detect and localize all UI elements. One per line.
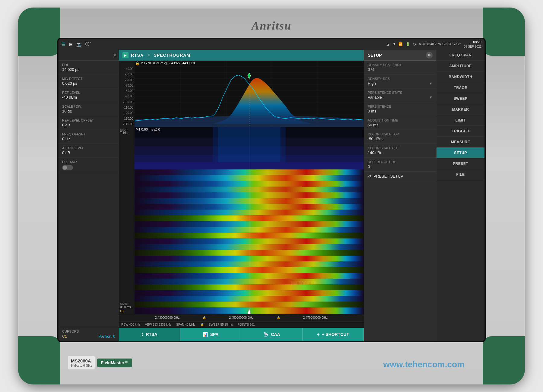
persistence-item[interactable]: PERSISTENCE 0 ms: [364, 102, 436, 116]
rtsa-tab-label: RTSA: [146, 332, 157, 337]
setup-close-button[interactable]: ✕: [426, 52, 433, 58]
freq-offset-param[interactable]: FREQ OFFSET 0 Hz: [59, 130, 119, 144]
device-body: Anritsu ☰ ⊞ 📷 ⓘ8 ▲ ⬆ 📶 🔋 ◎ N 37° 8' 48.2…: [18, 8, 525, 384]
menu-icon[interactable]: ☰: [62, 42, 65, 47]
density-res-dropdown-icon: ▼: [429, 81, 433, 86]
shortcut-tab-icon: +: [317, 332, 319, 337]
spa-tab-icon: 📊: [203, 332, 208, 337]
breadcrumb-rtsa: RTSA: [131, 53, 144, 58]
freq-lock-icon: 🔒: [202, 316, 206, 319]
screen: ☰ ⊞ 📷 ⓘ8 ▲ ⬆ 📶 🔋 ◎ N 37° 8' 48.2" W 121°…: [59, 39, 484, 341]
spectrum-plot[interactable]: 🔒 M1 -70.31 dBm @ 2.439276449 GHz: [135, 61, 364, 127]
density-res-item[interactable]: DENSITY RES High ▼: [364, 74, 436, 88]
corner-top-left: [18, 8, 60, 56]
tab-rtsa[interactable]: ⌇ RTSA: [119, 328, 180, 341]
left-sidebar: < POI 14.020 µs MIN DETECT 0.020 µs REF …: [59, 50, 119, 341]
ref-level-param[interactable]: REF LEVEL -40 dBm: [59, 88, 119, 102]
status-time: 08:29 09 SEP 2022: [464, 40, 481, 49]
density-scale-bot-item[interactable]: DENSITY SCALE BOT 0 %: [364, 61, 436, 74]
tab-spa[interactable]: 📊 SPA: [180, 328, 241, 341]
model-number: MS2080A: [71, 358, 92, 364]
freq-lock2-icon: 🔒: [277, 316, 280, 319]
atten-level-param[interactable]: ATTEN LEVEL 0 dB: [59, 144, 119, 158]
ref-level-offset-param[interactable]: REF LEVEL OFFSET 0 dB: [59, 116, 119, 130]
setup-panel-header: SETUP ✕: [364, 50, 436, 61]
spectrum-lock-icon: 🔒: [135, 61, 140, 65]
model-range: 9 kHz to 6 GHz: [71, 364, 92, 368]
model-badge: MS2080A 9 kHz to 6 GHz: [68, 356, 95, 370]
menu-freq-span[interactable]: FREQ SPAN: [437, 50, 484, 61]
scale-div-param[interactable]: SCALE / DIV 10 dB: [59, 102, 119, 116]
spectrogram-plot[interactable]: M1 0.00 ms @ 0: [135, 127, 364, 314]
menu-amplitude[interactable]: AMPLITUDE: [437, 61, 484, 71]
menu-sweep[interactable]: SWEEP: [437, 93, 484, 104]
vbw-label: VBW 133.3333 kHz: [145, 323, 171, 326]
spa-tab-label: SPA: [210, 332, 219, 337]
persistence-state-dropdown-icon: ▼: [429, 95, 433, 100]
battery-icon: 🔋: [406, 42, 410, 46]
main-content: < POI 14.020 µs MIN DETECT 0.020 µs REF …: [59, 50, 484, 341]
tab-shortcut[interactable]: + + SHORTCUT: [303, 328, 364, 341]
pre-amp-toggle[interactable]: [62, 165, 73, 170]
pre-amp-param[interactable]: PRE AMP: [59, 158, 119, 173]
setup-title: SETUP: [368, 53, 382, 58]
menu-bandwidth[interactable]: BANDWIDTH: [437, 71, 484, 82]
spectrum-area: -40.00 -50.00 -60.00 -70.00 -80.00 -90.0…: [119, 61, 364, 127]
brand-logo: Anritsu: [252, 19, 291, 32]
spectrogram-svg: www.tehencom.com: [135, 127, 364, 314]
menu-marker[interactable]: MARKER: [437, 104, 484, 115]
acquisition-time-item[interactable]: ACQUISITION TIME 50 ms: [364, 116, 436, 130]
export-icon: ⬆: [393, 42, 395, 46]
caa-tab-icon: 📡: [263, 332, 268, 337]
min-detect-param[interactable]: MIN DETECT 0.020 µs: [59, 74, 119, 88]
color-scale-bot-item[interactable]: COLOR SCALE BOT 140 dBm: [364, 144, 436, 158]
caa-tab-label: CAA: [271, 332, 280, 337]
menu-trigger[interactable]: TRIGGER: [437, 126, 484, 137]
menu-setup[interactable]: SETUP: [437, 147, 484, 158]
preset-setup-label: PRESET SETUP: [373, 174, 403, 179]
signal-icon: ▲: [386, 43, 390, 46]
spectrogram-marker: M1 0.00 ms @ 0: [136, 128, 160, 131]
corner-top-right: [483, 8, 525, 56]
grid-icon[interactable]: ⊞: [69, 42, 73, 47]
stop-label: STOP 7.16 s: [120, 128, 133, 134]
menu-limit[interactable]: LIMIT: [437, 115, 484, 126]
rbw-label: RBW 400 kHz: [121, 323, 140, 326]
info-icon[interactable]: ⓘ8: [85, 42, 89, 47]
camera-icon[interactable]: 📷: [76, 42, 81, 47]
wifi-icon: 📶: [399, 42, 403, 46]
breadcrumb-arrow: >: [147, 52, 150, 58]
target-icon: ◎: [413, 42, 416, 46]
model-info: MS2080A 9 kHz to 6 GHz FieldMaster™: [68, 356, 132, 370]
poi-param[interactable]: POI 14.020 µs: [59, 61, 119, 74]
center-area: ▶ RTSA > SPECTROGRAM -40.00 -50.00 -60.0…: [119, 50, 364, 341]
collapse-button[interactable]: <: [59, 50, 119, 61]
gps-coords: N 37° 8' 48.2" W 121° 39' 23.2": [419, 42, 461, 46]
reference-hue-item[interactable]: REFERENCE HUE 0: [364, 158, 436, 172]
spectrum-marker-label: M1 -70.31 dBm @ 2.439276449 GHz: [141, 61, 195, 65]
rtsa-tab-icon: ⌇: [141, 332, 143, 337]
spectrogram-area: STOP 7.16 s START 0.00 ms C1 M1 0.00 ms …: [119, 127, 364, 314]
tab-bar: ⌇ RTSA 📊 SPA 📡 CAA + +: [119, 328, 364, 341]
cursors-section: CURSORS C1 Position: 0: [59, 327, 119, 341]
sweep-label: SWEEP 55.25 ms: [209, 323, 233, 326]
rtsa-icon: ▶: [122, 52, 129, 58]
preset-setup-icon: ⟲: [368, 174, 371, 179]
tab-caa[interactable]: 📡 CAA: [241, 328, 303, 341]
cursor-c1-label: C1: [62, 334, 67, 339]
start-label: START 0.00 ms C1: [120, 302, 133, 313]
menu-preset[interactable]: PRESET: [437, 158, 484, 169]
menu-measure[interactable]: MEASURE: [437, 137, 484, 147]
header-bar: ▶ RTSA > SPECTROGRAM: [119, 50, 364, 61]
screen-bezel: ☰ ⊞ 📷 ⓘ8 ▲ ⬆ 📶 🔋 ◎ N 37° 8' 48.2" W 121°…: [57, 38, 486, 342]
persistence-state-item[interactable]: PERSISTENCE STATE Variable ▼: [364, 88, 436, 102]
menu-file[interactable]: FILE: [437, 169, 484, 180]
corner-bot-right: [483, 336, 525, 384]
freq-lock3-icon: 🔒: [200, 323, 204, 326]
menu-trace[interactable]: TRACE: [437, 82, 484, 93]
color-scale-top-item[interactable]: COLOR SCALE TOP -50 dBm: [364, 130, 436, 144]
status-right: ▲ ⬆ 📶 🔋 ◎ N 37° 8' 48.2" W 121° 39' 23.2…: [386, 40, 481, 49]
preset-setup-button[interactable]: ⟲ PRESET SETUP: [364, 172, 436, 181]
breadcrumb-current: SPECTROGRAM: [154, 53, 190, 58]
status-bar: ☰ ⊞ 📷 ⓘ8 ▲ ⬆ 📶 🔋 ◎ N 37° 8' 48.2" W 121°…: [59, 39, 484, 50]
